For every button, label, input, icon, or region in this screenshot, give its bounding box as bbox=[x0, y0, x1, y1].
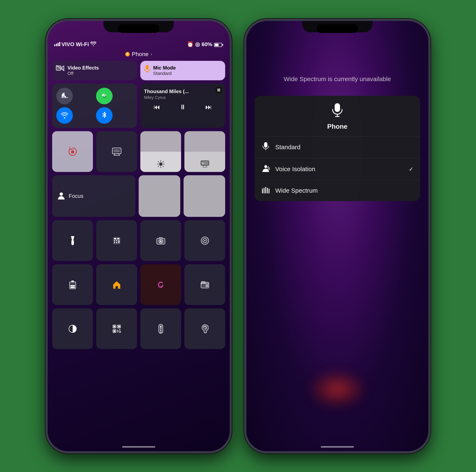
svg-rect-35 bbox=[114, 242, 115, 243]
svg-point-15 bbox=[159, 162, 162, 166]
media-artist-name: Miley Cyrus bbox=[144, 95, 221, 100]
media-next-button[interactable]: ⏭ bbox=[205, 103, 212, 111]
standard-option-label: Standard bbox=[275, 144, 413, 151]
svg-rect-47 bbox=[70, 285, 75, 287]
remote-button[interactable] bbox=[140, 308, 181, 349]
svg-rect-33 bbox=[116, 240, 117, 241]
appletv-icon: tv bbox=[200, 160, 209, 169]
wallet-button[interactable] bbox=[184, 264, 225, 305]
bluetooth-toggle-button[interactable] bbox=[96, 107, 113, 124]
svg-rect-75 bbox=[264, 188, 265, 193]
mic-mode-text: Mic Mode Standard bbox=[153, 65, 176, 76]
svg-rect-53 bbox=[114, 326, 115, 327]
svg-point-27 bbox=[60, 192, 63, 196]
row3: tv bbox=[52, 131, 225, 172]
mic-picker-title: Phone bbox=[327, 123, 347, 130]
main-grid-row: Thousand Miles (... Miley Cyrus ⏮ ⏸ ⏭ bbox=[52, 84, 225, 128]
media-prev-button[interactable]: ⏮ bbox=[153, 103, 160, 111]
voice-isolation-checkmark: ✓ bbox=[409, 166, 413, 173]
camera-button[interactable] bbox=[140, 220, 181, 261]
dynamic-island-2 bbox=[317, 24, 358, 33]
app-indicator[interactable]: Phone › bbox=[52, 49, 225, 61]
svg-rect-46 bbox=[70, 287, 75, 288]
battery-pct: 60% bbox=[202, 41, 212, 48]
video-effects-icon bbox=[56, 65, 65, 72]
brightness-icon bbox=[157, 160, 165, 169]
icon-row-1 bbox=[52, 220, 225, 261]
svg-rect-66 bbox=[160, 330, 161, 331]
focus-tile[interactable]: Focus bbox=[52, 175, 135, 217]
battery-widget-button[interactable] bbox=[52, 264, 93, 305]
unavailable-message: Wide Spectrum is currently unavailable bbox=[284, 75, 391, 84]
svg-rect-49 bbox=[201, 281, 205, 284]
mobile-data-button[interactable] bbox=[96, 88, 113, 104]
qr-scanner-button[interactable] bbox=[96, 308, 137, 349]
lock-rotation-button[interactable] bbox=[52, 131, 93, 172]
svg-line-22 bbox=[163, 161, 164, 162]
status-left: VIVO Wi-Fi bbox=[54, 41, 96, 48]
svg-rect-57 bbox=[114, 330, 115, 332]
control-center: VIVO Wi-Fi ⏰ ◎ 60% bbox=[48, 37, 230, 451]
airplane-mode-button[interactable] bbox=[56, 88, 73, 104]
mic-option-standard[interactable]: Standard bbox=[255, 136, 420, 158]
contrast-button[interactable] bbox=[52, 308, 93, 349]
battery-icon bbox=[214, 41, 223, 48]
video-effects-subtitle: Off bbox=[68, 71, 99, 76]
svg-point-43 bbox=[204, 240, 205, 241]
voice-isolation-icon bbox=[261, 164, 270, 174]
alarm-icon: ⏰ bbox=[187, 41, 193, 48]
svg-rect-76 bbox=[265, 187, 266, 193]
slider-tile-1[interactable] bbox=[139, 175, 180, 217]
location-icon: ◎ bbox=[195, 41, 200, 48]
home-button[interactable] bbox=[96, 264, 137, 305]
status-right: ⏰ ◎ 60% bbox=[187, 41, 223, 48]
media-player-tile[interactable]: Thousand Miles (... Miley Cyrus ⏮ ⏸ ⏭ bbox=[140, 84, 225, 128]
red-glow-decoration bbox=[306, 369, 368, 410]
media-pause-button[interactable]: ⏸ bbox=[179, 103, 186, 111]
media-song-title: Thousand Miles (... bbox=[144, 89, 221, 94]
video-effects-title: Video Effects bbox=[68, 65, 99, 71]
wifi-toggle-button[interactable] bbox=[56, 107, 73, 124]
dynamic-island-1 bbox=[118, 24, 159, 33]
screen-mirror-button[interactable] bbox=[96, 131, 137, 172]
svg-line-23 bbox=[158, 166, 159, 167]
mic-mode-tile[interactable]: Mic Mode Standard bbox=[140, 61, 225, 81]
wifi-icon bbox=[90, 41, 96, 48]
svg-rect-30 bbox=[114, 238, 116, 239]
svg-rect-74 bbox=[262, 188, 263, 193]
appletv-button[interactable]: tv bbox=[184, 131, 225, 172]
svg-rect-77 bbox=[267, 188, 268, 193]
brightness-slider[interactable] bbox=[140, 131, 181, 172]
svg-rect-37 bbox=[118, 241, 119, 243]
row4: Focus bbox=[52, 175, 225, 217]
svg-rect-68 bbox=[335, 103, 340, 112]
app-name: Phone bbox=[132, 51, 149, 58]
home-indicator-2[interactable] bbox=[321, 446, 354, 448]
focus-label: Focus bbox=[69, 193, 84, 199]
svg-line-21 bbox=[163, 166, 164, 167]
hearing-button[interactable] bbox=[184, 308, 225, 349]
video-effects-tile[interactable]: Video Effects Off bbox=[52, 61, 137, 81]
svg-point-40 bbox=[160, 240, 162, 242]
svg-rect-45 bbox=[71, 281, 74, 282]
status-bar: VIVO Wi-Fi ⏰ ◎ 60% bbox=[52, 39, 225, 49]
standard-mic-icon bbox=[261, 142, 270, 152]
svg-point-73 bbox=[264, 165, 267, 168]
mic-mode-subtitle: Standard bbox=[153, 71, 176, 76]
slider-tile-2[interactable] bbox=[184, 175, 225, 217]
mic-picker-header-icon bbox=[332, 103, 343, 119]
app-chevron: › bbox=[151, 51, 152, 57]
flashlight-button[interactable] bbox=[52, 220, 93, 261]
mic-option-wide-spectrum[interactable]: Wide Spectrum bbox=[255, 180, 420, 201]
shazam-button[interactable] bbox=[140, 264, 181, 305]
svg-rect-36 bbox=[116, 242, 117, 243]
svg-rect-65 bbox=[160, 328, 161, 329]
scan-button[interactable] bbox=[184, 220, 225, 261]
wide-spectrum-label: Wide Spectrum bbox=[275, 187, 413, 194]
media-app-icon bbox=[215, 86, 223, 94]
mic-option-voice-isolation[interactable]: Voice Isolation ✓ bbox=[255, 158, 420, 180]
svg-rect-67 bbox=[160, 332, 161, 333]
calculator-button[interactable] bbox=[96, 220, 137, 261]
home-indicator-1[interactable] bbox=[122, 446, 155, 448]
mic-mode-picker: Phone Standard bbox=[255, 96, 420, 201]
